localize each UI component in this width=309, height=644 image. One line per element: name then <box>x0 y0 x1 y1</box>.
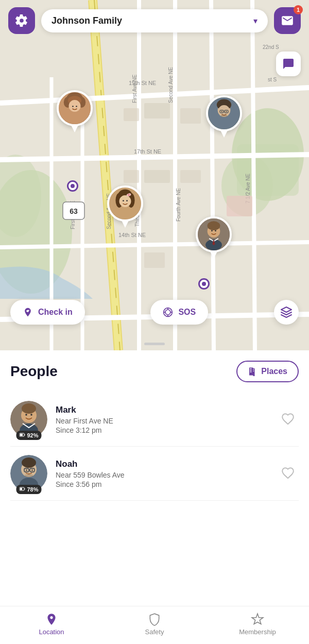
svg-line-12 <box>211 0 214 350</box>
sos-icon <box>163 307 173 317</box>
location-nav-label: Location <box>39 628 64 636</box>
svg-point-83 <box>30 414 32 416</box>
svg-point-46 <box>76 106 77 107</box>
mark-location: Near First Ave NE <box>56 417 269 425</box>
mark-time: Since 3:12 pm <box>56 426 269 434</box>
svg-rect-56 <box>221 115 227 117</box>
svg-point-94 <box>26 469 27 471</box>
checkin-button[interactable]: Check in <box>10 300 85 325</box>
svg-text:First Ave NE: First Ave NE <box>132 74 138 103</box>
svg-rect-31 <box>144 170 170 183</box>
membership-nav-label: Membership <box>239 628 276 636</box>
svg-point-73 <box>165 310 170 315</box>
chat-icon <box>282 58 295 70</box>
svg-rect-98 <box>20 488 22 490</box>
person1-avatar <box>57 90 93 126</box>
sos-button[interactable]: SOS <box>150 300 208 325</box>
person-item-mark[interactable]: 92% Mark Near First Ave NE Since 3:12 pm <box>10 393 299 447</box>
mark-favorite-button[interactable] <box>277 408 299 431</box>
svg-rect-35 <box>180 170 201 183</box>
battery-icon2 <box>19 486 25 493</box>
svg-rect-96 <box>25 474 33 477</box>
mark-name: Mark <box>56 405 269 415</box>
person-item-noah[interactable]: 78% Noah Near 559 Bowles Ave Since 3:56 … <box>10 447 299 501</box>
noah-info: Noah Near 559 Bowles Ave Since 3:56 pm <box>56 459 269 488</box>
location-nav-icon <box>45 613 58 626</box>
noah-time: Since 3:56 pm <box>56 480 269 488</box>
notifications-button[interactable]: 1 <box>274 7 301 34</box>
noah-avatar-wrap: 78% <box>10 455 47 492</box>
person3-avatar <box>107 185 143 222</box>
drag-handle <box>144 343 165 345</box>
nav-membership[interactable]: Membership <box>206 606 309 644</box>
svg-point-70 <box>211 230 213 232</box>
map-action-buttons: Check in SOS <box>0 300 309 325</box>
settings-button[interactable] <box>8 7 35 34</box>
heart-icon <box>281 412 295 426</box>
svg-point-90 <box>22 457 36 468</box>
svg-point-62 <box>123 200 124 201</box>
checkin-icon <box>23 307 33 317</box>
svg-point-82 <box>25 414 27 416</box>
chat-button[interactable] <box>276 52 301 76</box>
people-header: People Places <box>10 361 299 382</box>
noah-favorite-button[interactable] <box>277 462 299 485</box>
svg-text:st S: st S <box>268 77 277 82</box>
safety-nav-label: Safety <box>145 628 164 636</box>
svg-text:14th St NE: 14th St NE <box>118 232 146 238</box>
svg-text:19th St NE: 19th St NE <box>129 80 156 86</box>
mark-avatar-wrap: 92% <box>10 401 47 438</box>
svg-rect-36 <box>180 108 201 124</box>
svg-rect-34 <box>144 252 165 268</box>
svg-text:17th St NE: 17th St NE <box>134 148 161 155</box>
family-selector-button[interactable]: Johnson Family ▾ <box>41 9 268 32</box>
svg-text:22nd S: 22nd S <box>263 44 279 50</box>
nav-location[interactable]: Location <box>0 606 103 644</box>
places-button[interactable]: Places <box>236 361 299 382</box>
pin-tail1 <box>71 125 78 132</box>
mark-battery: 92% <box>16 431 41 440</box>
noah-battery: 78% <box>16 485 41 494</box>
mark-avatar <box>196 216 232 252</box>
map-pin-small2 <box>198 278 210 290</box>
svg-rect-85 <box>20 434 23 436</box>
svg-point-61 <box>119 195 131 207</box>
svg-rect-30 <box>124 170 139 183</box>
noah-location: Near 559 Bowles Ave <box>56 471 269 479</box>
sos-label: SOS <box>178 308 196 317</box>
layers-button[interactable] <box>274 300 299 325</box>
people-title: People <box>10 363 58 380</box>
map-pin-person2[interactable] <box>206 95 242 138</box>
mark-info: Mark Near First Ave NE Since 3:12 pm <box>56 405 269 434</box>
chevron-down-icon: ▾ <box>253 16 258 26</box>
gear-icon <box>15 14 28 27</box>
svg-point-45 <box>72 106 74 107</box>
buildings-icon <box>248 367 257 376</box>
svg-text:Fourth Ave NE: Fourth Ave NE <box>176 188 181 222</box>
svg-rect-33 <box>144 103 170 118</box>
svg-point-63 <box>126 200 128 201</box>
map-pin-person3[interactable] <box>107 185 143 228</box>
svg-rect-37 <box>227 196 252 216</box>
checkin-label: Check in <box>38 308 73 317</box>
svg-point-54 <box>221 111 222 112</box>
nav-safety[interactable]: Safety <box>103 606 206 644</box>
noah-name: Noah <box>56 459 269 469</box>
header: Johnson Family ▾ 1 <box>0 0 309 41</box>
svg-text:Second Ave NE: Second Ave NE <box>168 67 174 103</box>
pin-tail2 <box>220 130 228 138</box>
svg-point-55 <box>226 111 227 112</box>
pin-tail3 <box>122 221 129 228</box>
map-view[interactable]: First Ave NE Second Ave NE 19th St NE 17… <box>0 0 309 350</box>
svg-text:63: 63 <box>70 207 78 215</box>
svg-point-81 <box>22 403 36 414</box>
svg-point-65 <box>128 194 130 196</box>
svg-line-13 <box>252 0 255 350</box>
membership-nav-icon <box>251 613 264 626</box>
map-pin-person1[interactable] <box>57 90 93 132</box>
battery-icon <box>19 432 25 439</box>
map-pin-mark[interactable] <box>196 216 232 259</box>
svg-point-95 <box>31 469 33 471</box>
pin-tail4 <box>210 251 217 259</box>
people-section: People Places <box>0 350 309 644</box>
